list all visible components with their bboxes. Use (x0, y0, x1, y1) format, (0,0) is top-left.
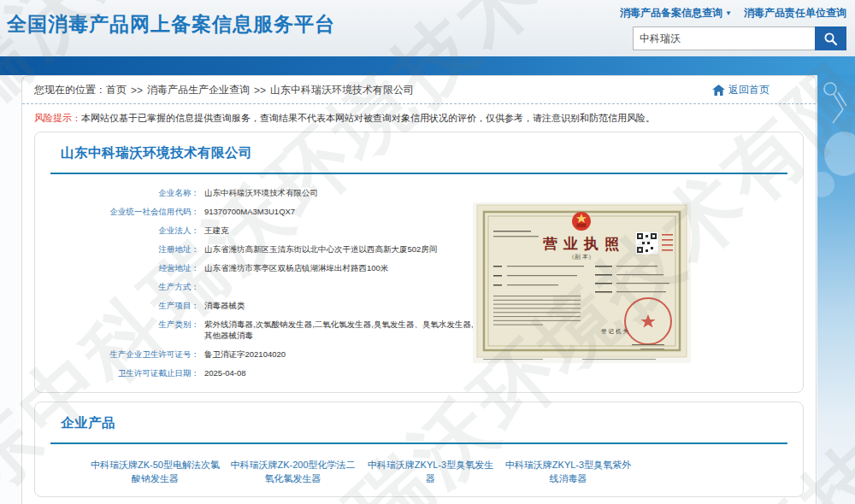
field-label: 生产方式： (35, 281, 199, 292)
link-responsible-unit-query[interactable]: 消毒产品责任单位查询 (744, 6, 846, 21)
header-right: 消毒产品备案信息查询 ▼ 消毒产品责任单位查询 (633, 6, 846, 50)
search-bar (633, 26, 846, 50)
risk-tip-text: 本网站仅基于已掌握的信息提供查询服务，查询结果不代表本网站对被查询对象信用状况的… (81, 113, 655, 123)
content-panel: 您现在的位置： 首页 >> 消毒产品生产企业查询 >> 山东中科瑞沃环境技术有限… (21, 75, 817, 504)
product-link-zkyl3-uv[interactable]: 中科瑞沃牌ZKYL-3型臭氧紫外线消毒器 (501, 458, 635, 485)
breadcrumb-row: 您现在的位置： 首页 >> 消毒产品生产企业查询 >> 山东中科瑞沃环境技术有限… (22, 76, 816, 104)
back-home-label: 返回首页 (728, 83, 770, 97)
molecule-graphic (817, 75, 855, 249)
site-header: 全国消毒产品网上备案信息服务平台 消毒产品备案信息查询 ▼ 消毒产品责任单位查询 (0, 0, 855, 56)
search-icon (823, 32, 838, 46)
business-license-image: 营业执照 （副 本） (473, 202, 691, 363)
field-value: 91370700MA3M3U1QX7 (204, 206, 295, 217)
field-label: 生产项目： (35, 300, 199, 311)
breadcrumb-enterprise-query-link[interactable]: 消毒产品生产企业查询 (147, 83, 250, 97)
site-title: 全国消毒产品网上备案信息服务平台 (7, 11, 335, 38)
search-button[interactable] (815, 26, 846, 50)
license-subtitle: （副 本） (569, 254, 594, 261)
breadcrumb-separator: >> (131, 85, 143, 97)
field-label: 卫生许可证截止日期： (35, 367, 199, 378)
link-responsible-unit-query-label: 消毒产品责任单位查询 (744, 6, 846, 21)
company-info-box: 山东中科瑞沃环境技术有限公司 企业名称： 山东中科瑞沃环境技术有限公司 企业统一… (34, 132, 804, 393)
risk-tip: 风险提示：本网站仅基于已掌握的信息提供查询服务，查询结果不代表本网站对被查询对象… (34, 112, 804, 124)
field-label: 企业法人： (35, 225, 199, 236)
field-value: 山东省潍坊市寒亭区双杨店镇湖淋埠出村路西100米 (204, 262, 388, 273)
field-label: 生产类别： (35, 319, 199, 341)
risk-tip-label: 风险提示： (34, 113, 81, 123)
back-home-link[interactable]: 返回首页 (712, 83, 770, 97)
search-input[interactable] (633, 26, 815, 50)
license-title: 营业执照 (543, 235, 625, 252)
section-divider (50, 442, 787, 444)
main-area: 您现在的位置： 首页 >> 消毒产品生产企业查询 >> 山东中科瑞沃环境技术有限… (0, 75, 855, 504)
page: 全国消毒产品网上备案信息服务平台 消毒产品备案信息查询 ▼ 消毒产品责任单位查询 (0, 0, 855, 504)
field-value: 2025-04-08 (204, 367, 246, 378)
breadcrumb: 您现在的位置： 首页 >> 消毒产品生产企业查询 >> 山东中科瑞沃环境技术有限… (34, 83, 414, 97)
field-value: 鲁卫消证字202104020 (204, 349, 286, 360)
product-link-zkyl3-ozone[interactable]: 中科瑞沃牌ZKYL-3型臭氧发生器 (363, 458, 498, 485)
caret-down-icon: ▼ (725, 9, 732, 17)
info-row-name: 企业名称： 山东中科瑞沃环境技术有限公司 (35, 187, 803, 198)
link-record-info-query-label: 消毒产品备案信息查询 (620, 6, 722, 21)
field-label: 企业名称： (35, 187, 199, 198)
breadcrumb-separator: >> (254, 85, 266, 97)
breadcrumb-home-link[interactable]: 首页 (106, 83, 127, 97)
blue-band-divider (0, 56, 855, 75)
field-label: 经营地址： (35, 262, 199, 273)
breadcrumb-current: 山东中科瑞沃环境技术有限公司 (270, 83, 414, 97)
field-value: 山东中科瑞沃环境技术有限公司 (204, 187, 318, 198)
field-value: 消毒器械类 (204, 300, 245, 311)
products-heading: 企业产品 (35, 402, 803, 432)
field-label: 生产企业卫生许可证号： (35, 349, 199, 360)
background-right-strip (817, 75, 855, 504)
product-link-zk50[interactable]: 中科瑞沃牌ZK-50型电解法次氯酸钠发生器 (88, 458, 222, 485)
info-row-license-expiry: 卫生许可证截止日期： 2025-04-08 (35, 367, 803, 378)
breadcrumb-prefix: 您现在的位置： (34, 83, 106, 97)
field-value: 山东省潍坊高新区玉清东街以北中心次干道以西高新大厦502房间 (204, 243, 437, 255)
field-label: 注册地址： (35, 243, 199, 255)
product-link-zk200[interactable]: 中科瑞沃牌ZK-200型化学法二氧化氯发生器 (226, 458, 360, 485)
section-divider (50, 173, 787, 174)
product-list: 中科瑞沃牌ZK-50型电解法次氯酸钠发生器 中科瑞沃牌ZK-200型化学法二氧化… (35, 458, 803, 485)
field-label: 企业统一社会信用代码： (35, 206, 199, 217)
top-links: 消毒产品备案信息查询 ▼ 消毒产品责任单位查询 (633, 6, 846, 21)
company-name-heading: 山东中科瑞沃环境技术有限公司 (35, 132, 803, 162)
field-value: 王建克 (204, 225, 229, 236)
link-record-info-query[interactable]: 消毒产品备案信息查询 ▼ (620, 6, 732, 21)
field-value: 紫外线消毒器,次氯酸钠发生器,二氧化氯发生器,臭氧发生器、臭氧水发生器,其他器械… (204, 319, 475, 341)
home-icon (712, 85, 725, 96)
company-products-box: 企业产品 中科瑞沃牌ZK-50型电解法次氯酸钠发生器 中科瑞沃牌ZK-200型化… (34, 401, 804, 497)
